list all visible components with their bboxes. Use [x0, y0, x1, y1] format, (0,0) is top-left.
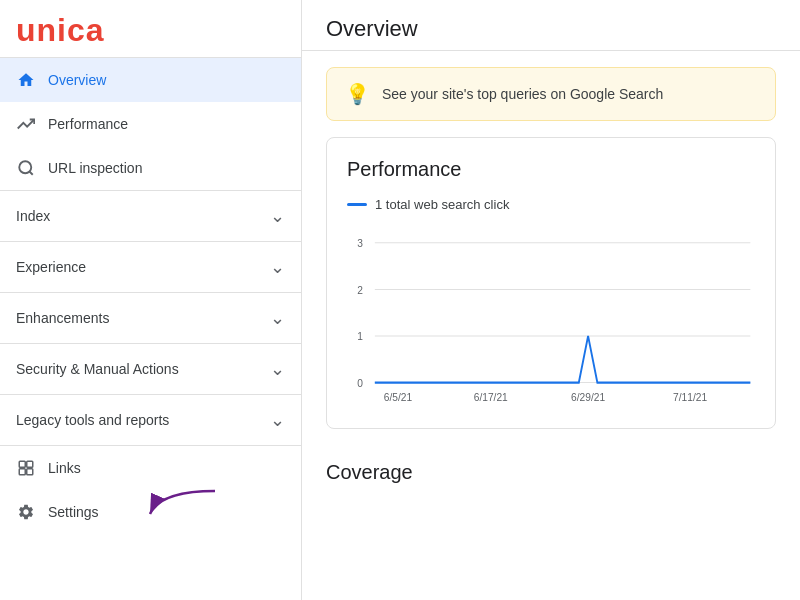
sidebar-item-performance[interactable]: Performance: [0, 102, 301, 146]
logo-rest: nica: [37, 12, 105, 48]
svg-text:6/5/21: 6/5/21: [384, 390, 412, 403]
logo-u: u: [16, 12, 37, 48]
sidebar-item-performance-label: Performance: [48, 116, 285, 132]
chart-legend: 1 total web search click: [347, 197, 755, 212]
main-content: Overview 💡 See your site's top queries o…: [302, 0, 800, 600]
trending-up-icon: [16, 114, 36, 134]
svg-text:3: 3: [357, 236, 363, 249]
nav-section-experience-label: Experience: [16, 259, 86, 275]
nav-section-legacy-label: Legacy tools and reports: [16, 412, 169, 428]
nav-section-enhancements-header[interactable]: Enhancements ⌄: [0, 293, 301, 343]
performance-card: Performance 1 total web search click 3 2…: [326, 137, 776, 429]
svg-text:6/29/21: 6/29/21: [571, 390, 605, 403]
search-icon: [16, 158, 36, 178]
svg-text:0: 0: [357, 376, 363, 389]
nav-section-security: Security & Manual Actions ⌄: [0, 343, 301, 394]
svg-text:1: 1: [357, 330, 363, 343]
page-title: Overview: [326, 16, 776, 42]
nav-section-security-label: Security & Manual Actions: [16, 361, 179, 377]
nav-section-experience: Experience ⌄: [0, 241, 301, 292]
links-icon: [16, 458, 36, 478]
sidebar-item-overview[interactable]: Overview: [0, 58, 301, 102]
main-header: Overview: [302, 0, 800, 51]
home-icon: [16, 70, 36, 90]
nav-section-index: Index ⌄: [0, 190, 301, 241]
svg-rect-2: [19, 461, 25, 467]
sidebar-bottom: Links Settings: [0, 445, 301, 534]
sidebar-item-links-label: Links: [48, 460, 285, 476]
coverage-title: Coverage: [326, 445, 776, 492]
sidebar-item-url-inspection-label: URL inspection: [48, 160, 285, 176]
logo: unica: [16, 12, 105, 49]
nav-section-legacy-header[interactable]: Legacy tools and reports ⌄: [0, 395, 301, 445]
tip-banner[interactable]: 💡 See your site's top queries on Google …: [326, 67, 776, 121]
svg-line-1: [29, 171, 32, 174]
sidebar-nav: Overview Performance URL inspection Inde…: [0, 58, 301, 600]
logo-area: unica: [0, 0, 301, 58]
performance-chart: 3 2 1 0 6/5/21 6/17/21 6/29/21: [347, 228, 755, 408]
sidebar-item-settings[interactable]: Settings: [0, 490, 301, 534]
lightbulb-icon: 💡: [345, 82, 370, 106]
svg-rect-4: [19, 469, 25, 475]
performance-title: Performance: [347, 158, 755, 181]
sidebar: unica Overview Performance: [0, 0, 302, 600]
legend-line-indicator: [347, 203, 367, 206]
svg-text:6/17/21: 6/17/21: [474, 390, 508, 403]
chevron-down-icon-5: ⌄: [270, 409, 285, 431]
chevron-down-icon-2: ⌄: [270, 256, 285, 278]
nav-section-index-label: Index: [16, 208, 50, 224]
chevron-down-icon-4: ⌄: [270, 358, 285, 380]
coverage-section: Coverage: [326, 445, 776, 492]
svg-point-0: [19, 161, 31, 173]
legend-label: 1 total web search click: [375, 197, 509, 212]
nav-section-index-header[interactable]: Index ⌄: [0, 191, 301, 241]
svg-rect-3: [27, 461, 33, 467]
chevron-down-icon-3: ⌄: [270, 307, 285, 329]
sidebar-item-overview-label: Overview: [48, 72, 285, 88]
settings-icon: [16, 502, 36, 522]
settings-row: Settings: [0, 490, 301, 534]
nav-section-security-header[interactable]: Security & Manual Actions ⌄: [0, 344, 301, 394]
tip-text: See your site's top queries on Google Se…: [382, 86, 663, 102]
nav-section-legacy: Legacy tools and reports ⌄: [0, 394, 301, 445]
nav-section-enhancements: Enhancements ⌄: [0, 292, 301, 343]
sidebar-item-settings-label: Settings: [48, 504, 285, 520]
sidebar-item-url-inspection[interactable]: URL inspection: [0, 146, 301, 190]
nav-section-experience-header[interactable]: Experience ⌄: [0, 242, 301, 292]
app-container: unica Overview Performance: [0, 0, 800, 600]
chart-svg: 3 2 1 0 6/5/21 6/17/21 6/29/21: [347, 228, 755, 408]
svg-text:7/11/21: 7/11/21: [673, 390, 707, 403]
chevron-down-icon: ⌄: [270, 205, 285, 227]
nav-section-enhancements-label: Enhancements: [16, 310, 109, 326]
sidebar-item-links[interactable]: Links: [0, 446, 301, 490]
svg-rect-5: [27, 469, 33, 475]
svg-text:2: 2: [357, 283, 363, 296]
